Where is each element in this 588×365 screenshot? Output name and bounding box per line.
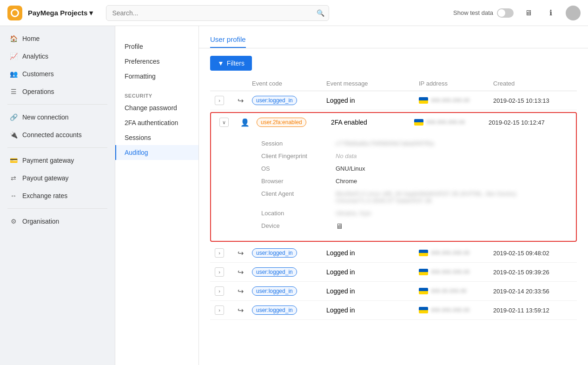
link-icon: 🔗 (9, 113, 18, 121)
event-icon-col: ↪ (229, 306, 252, 315)
test-data-toggle[interactable] (497, 8, 514, 18)
detail-row-os: OS GNU/Linux (261, 162, 565, 175)
search-icon: 🔍 (317, 9, 324, 17)
main-body: ▼ Filters Event code Event message IP ad… (199, 48, 588, 365)
badge-col: user:logged_in (252, 286, 326, 296)
ip-col: 000.000.000.00 (419, 307, 493, 313)
sidebar-item-connected-accounts[interactable]: 🔌 Connected accounts (0, 126, 115, 144)
sidebar-item-new-connection[interactable]: 🔗 New connection (0, 108, 115, 126)
filters-button[interactable]: ▼ Filters (210, 56, 252, 71)
second-panel: Profile Preferences Formatting SECURITY … (115, 26, 199, 365)
badge-col: user:logged_in (252, 248, 326, 258)
ip-col: 000.000.000.00 (419, 269, 493, 275)
expand-button[interactable]: › (215, 267, 224, 277)
tab-user-profile[interactable]: User profile (210, 32, 246, 48)
people-icon: 👥 (9, 70, 18, 78)
sidebar-item-operations[interactable]: ☰ Operations (0, 83, 115, 100)
ip-address: 000.000.000.00 (431, 250, 469, 256)
panel-item-auditlog[interactable]: Auditlog (115, 145, 198, 160)
event-icon-col: ↪ (229, 268, 252, 277)
sidebar-item-exchange-rates[interactable]: ↔ Exchange rates (0, 187, 115, 205)
exchange-icon: ↔ (9, 192, 18, 200)
table-row: › ↪ user:logged_in Logged in 000.000.000… (210, 244, 577, 263)
event-badge: user:logged_in (252, 267, 297, 277)
sidebar-item-organisation[interactable]: ⚙ Organisation (0, 212, 115, 230)
sidebar-item-customers-label: Customers (22, 70, 54, 78)
monitor-icon: 🖥 (336, 222, 343, 231)
created-date: 2019-02-15 10:12:47 (489, 119, 572, 126)
panel-item-profile[interactable]: Profile (115, 39, 198, 54)
sidebar: 🏠 Home 📈 Analytics 👥 Customers ☰ Operati… (0, 26, 115, 365)
ip-col: 000.000.000.00 (419, 97, 493, 104)
col-ip: IP address (419, 80, 493, 87)
sidebar-item-operations-label: Operations (22, 88, 54, 95)
expand-col: › (210, 96, 229, 105)
created-date: 2019-02-11 13:59:12 (493, 307, 577, 314)
event-badge: user:logged_in (252, 305, 297, 315)
expand-col: › (210, 286, 229, 296)
ip-address: 000.000.000.00 (431, 307, 469, 313)
ip-col: 000.000.000.00 (414, 119, 489, 126)
browser-value: Chrome (336, 178, 565, 185)
search-input[interactable] (106, 5, 329, 21)
filter-icon: ▼ (218, 60, 224, 67)
login-icon: ↪ (238, 249, 244, 258)
panel-item-change-password[interactable]: Change password (115, 100, 198, 115)
expanded-main-row: ∨ 👤 user.2fa:enabled 2FA enabled 000.000… (211, 113, 576, 132)
session-value: c77f8d6a8bc7f4f990f4b7a8a0f4f7f0a (336, 140, 565, 147)
expanded-table-row: ∨ 👤 user.2fa:enabled 2FA enabled 000.000… (210, 112, 577, 242)
flag-icon (419, 288, 428, 294)
col-event-code: Event code (252, 80, 326, 87)
expand-button[interactable]: › (215, 305, 224, 315)
help-button[interactable]: ℹ (543, 6, 558, 20)
location-value: Ukraine, Kyiv (336, 210, 565, 217)
panel-item-preferences[interactable]: Preferences (115, 54, 198, 69)
col-expand (210, 80, 229, 87)
toggle-knob (498, 9, 505, 17)
panel-item-sessions[interactable]: Sessions (115, 130, 198, 145)
expand-button[interactable]: ∨ (219, 118, 229, 127)
os-value: GNU/Linux (336, 165, 565, 172)
device-label: Device (261, 222, 336, 229)
col-event-message: Event message (326, 80, 419, 87)
login-icon: ↪ (238, 306, 244, 315)
expand-button[interactable]: › (215, 248, 224, 258)
sidebar-divider-2 (7, 147, 107, 148)
fingerprint-value: No data (336, 153, 565, 159)
ip-address: 000.000.000.00 (431, 269, 469, 275)
os-label: OS (261, 165, 336, 172)
expand-button[interactable]: › (215, 96, 224, 105)
sidebar-item-payment-gateway[interactable]: 💳 Payment gateway (0, 152, 115, 169)
sidebar-item-analytics[interactable]: 📈 Analytics (0, 47, 115, 65)
sidebar-item-customers[interactable]: 👥 Customers (0, 65, 115, 83)
audit-table: Event code Event message IP address Crea… (210, 76, 577, 320)
badge-col: user.2fa:enabled (257, 118, 331, 127)
event-badge: user:logged_in (252, 248, 297, 258)
expanded-details: Session c77f8d6a8bc7f4f990f4b7a8a0f4f7f0… (211, 132, 576, 241)
expand-button[interactable]: › (215, 286, 224, 296)
panel-item-formatting[interactable]: Formatting (115, 69, 198, 84)
brand-name: PayMega Projects (28, 9, 87, 17)
login-icon: ↪ (238, 268, 244, 277)
flag-icon (419, 307, 428, 313)
notifications-button[interactable]: 🖥 (521, 6, 536, 20)
sidebar-item-home-label: Home (22, 35, 40, 42)
avatar[interactable] (566, 6, 581, 20)
ip-col: 000.000.000.00 (419, 250, 493, 256)
chart-icon: 📈 (9, 52, 18, 60)
sidebar-item-payout-gateway[interactable]: ⇄ Payout gateway (0, 169, 115, 187)
brand-button[interactable]: PayMega Projects ▾ (28, 9, 93, 17)
topbar: PayMega Projects ▾ 🔍 Show test data 🖥 ℹ (0, 0, 588, 26)
detail-row-browser: Browser Chrome (261, 175, 565, 187)
session-label: Session (261, 140, 336, 147)
browser-label: Browser (261, 178, 336, 185)
security-section-title: SECURITY (115, 89, 198, 100)
panel-item-2fa[interactable]: 2FA authentication (115, 115, 198, 130)
sidebar-item-home[interactable]: 🏠 Home (0, 30, 115, 47)
flag-icon (414, 119, 423, 126)
ip-address: 000.000.000.00 (431, 97, 469, 104)
transfer-icon: ⇄ (9, 174, 18, 182)
expand-col: ∨ (215, 118, 233, 127)
message-col: 2FA enabled (331, 119, 414, 126)
message-col: Logged in (326, 287, 419, 295)
